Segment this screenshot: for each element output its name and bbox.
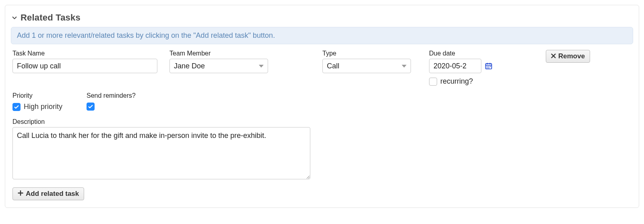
svg-rect-4 bbox=[487, 66, 488, 67]
type-select[interactable]: Call bbox=[322, 59, 411, 73]
recurring-label: recurring? bbox=[440, 77, 473, 86]
close-icon bbox=[551, 52, 556, 60]
priority-label: Priority bbox=[12, 92, 62, 99]
remove-button-label: Remove bbox=[558, 52, 585, 60]
team-member-label: Team Member bbox=[169, 50, 310, 57]
dropdown-caret-icon bbox=[259, 65, 264, 68]
svg-rect-8 bbox=[488, 68, 489, 68]
type-value: Call bbox=[327, 61, 398, 71]
task-name-input[interactable] bbox=[12, 59, 157, 73]
plus-icon bbox=[18, 190, 23, 198]
task-name-field: Task Name bbox=[12, 50, 157, 73]
high-priority-checkbox[interactable] bbox=[12, 103, 21, 111]
description-label: Description bbox=[12, 118, 310, 125]
chevron-down-icon bbox=[12, 15, 17, 21]
svg-rect-7 bbox=[487, 68, 488, 68]
send-reminders-field: Send reminders? bbox=[87, 92, 136, 111]
send-reminders-checkbox[interactable] bbox=[87, 103, 95, 111]
due-date-field: Due date bbox=[429, 50, 534, 86]
remove-col: Remove bbox=[546, 50, 602, 63]
remove-button[interactable]: Remove bbox=[546, 50, 590, 63]
high-priority-label: High priority bbox=[24, 103, 62, 111]
team-member-select[interactable]: Jane Doe bbox=[169, 59, 268, 73]
priority-field: Priority High priority bbox=[12, 92, 62, 111]
due-date-input[interactable] bbox=[429, 59, 481, 73]
task-row: Task Name Team Member Jane Doe Type Call… bbox=[12, 50, 632, 181]
type-label: Type bbox=[322, 50, 417, 57]
related-tasks-panel: Related Tasks Add 1 or more relevant/rel… bbox=[5, 5, 639, 208]
description-field: Description bbox=[12, 118, 310, 181]
description-textarea[interactable] bbox=[12, 127, 310, 179]
recurring-checkbox[interactable] bbox=[429, 78, 437, 86]
due-date-label: Due date bbox=[429, 50, 534, 57]
add-related-task-button[interactable]: Add related task bbox=[12, 187, 84, 200]
section-title: Related Tasks bbox=[21, 12, 80, 23]
type-field: Type Call bbox=[322, 50, 417, 73]
send-reminders-label: Send reminders? bbox=[87, 92, 136, 99]
svg-rect-6 bbox=[490, 66, 491, 67]
team-member-value: Jane Doe bbox=[174, 61, 256, 71]
task-name-label: Task Name bbox=[12, 50, 157, 57]
hint-banner: Add 1 or more relevant/related tasks by … bbox=[11, 27, 633, 44]
add-related-task-label: Add related task bbox=[26, 190, 79, 198]
dropdown-caret-icon bbox=[402, 65, 407, 68]
svg-rect-5 bbox=[488, 66, 489, 67]
team-member-field: Team Member Jane Doe bbox=[169, 50, 310, 73]
section-toggle[interactable]: Related Tasks bbox=[12, 12, 633, 23]
calendar-icon[interactable] bbox=[485, 62, 493, 70]
